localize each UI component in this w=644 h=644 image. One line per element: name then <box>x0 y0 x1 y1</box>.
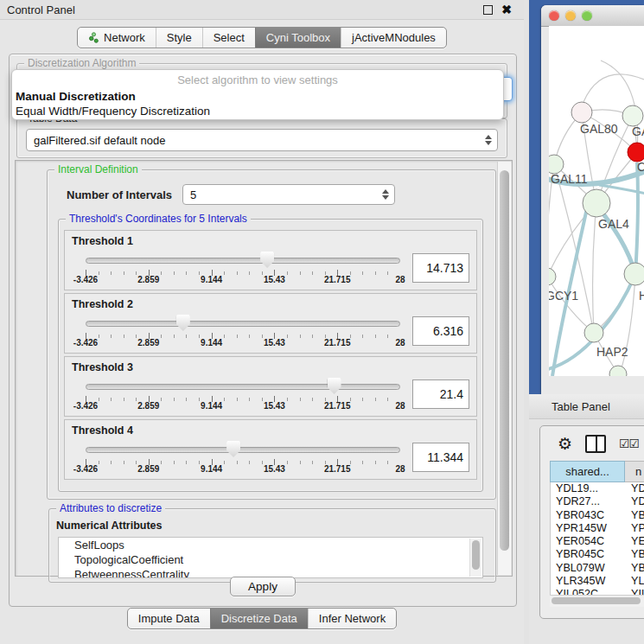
zoom-traffic-light-icon[interactable] <box>582 10 592 21</box>
network-node-label: GA <box>632 124 644 138</box>
slider-handle-icon[interactable] <box>226 441 240 457</box>
table-row[interactable]: YER054CYER0 <box>551 535 644 548</box>
table-data-group: Table Data galFiltered.sif default node <box>16 118 507 158</box>
slider-track[interactable] <box>86 447 400 453</box>
network-node[interactable] <box>622 105 643 126</box>
threshold-row: -3.4262.8599.14415.4321.7152811.344 <box>72 440 469 475</box>
tick-label: 15.43 <box>264 464 285 474</box>
network-icon <box>88 32 99 43</box>
threshold-value-field[interactable]: 6.316 <box>412 316 469 346</box>
threshold-slider[interactable]: -3.4262.8599.14415.4321.71528 <box>86 314 400 348</box>
attribute-list-item[interactable]: SelfLoops <box>59 538 482 552</box>
table-row[interactable]: YLR345WYLR3 <box>551 575 644 588</box>
network-edge[interactable] <box>583 74 644 102</box>
tab-infer-network[interactable]: Infer Network <box>308 609 396 628</box>
float-window-icon[interactable] <box>483 5 493 15</box>
network-edge[interactable] <box>635 163 638 274</box>
network-node[interactable] <box>571 102 592 123</box>
threshold-slider[interactable]: -3.4262.8599.14415.4321.71528 <box>86 440 400 475</box>
network-node[interactable] <box>609 366 627 376</box>
table-column-header[interactable]: shared... <box>550 461 625 482</box>
minimize-traffic-light-icon[interactable] <box>565 10 576 21</box>
attributes-scrollbar[interactable] <box>469 539 481 577</box>
threshold-slider[interactable]: -3.4262.8599.14415.4321.71528 <box>86 377 400 411</box>
apply-button[interactable]: Apply <box>230 577 296 596</box>
network-node-label: C <box>637 160 644 174</box>
table-cell: YER054C <box>551 535 624 548</box>
slider-handle-icon[interactable] <box>260 252 274 268</box>
table-data-combobox[interactable]: galFiltered.sif default node <box>26 129 498 151</box>
columns-icon[interactable] <box>585 435 606 453</box>
slider-handle-icon[interactable] <box>176 315 190 331</box>
table-cell: YBR043C <box>551 509 624 522</box>
table-row[interactable]: YBR045CYBR0 <box>551 548 644 561</box>
network-node[interactable] <box>583 189 610 217</box>
slider-track[interactable] <box>86 384 400 390</box>
network-node-label: GAL80 <box>580 122 618 136</box>
control-panel-title: Control Panel <box>7 3 483 16</box>
tick-label: 9.144 <box>201 401 222 411</box>
threshold-slider[interactable]: -3.4262.8599.14415.4321.71528 <box>86 251 400 285</box>
thresholds-group: Threshold's Coordinates for 5 Intervals … <box>58 219 483 492</box>
number-of-intervals-value: 5 <box>190 188 196 201</box>
slider-tick-labels: -3.4262.8599.14415.4321.71528 <box>86 338 400 348</box>
tab-discretize-data[interactable]: Discretize Data <box>210 609 308 628</box>
table-panel-title: Table Panel <box>552 400 610 413</box>
close-traffic-light-icon[interactable] <box>549 10 559 21</box>
tab-jactivemnodules[interactable]: jActiveMNodules <box>341 28 446 48</box>
slider-handle-icon[interactable] <box>328 378 341 394</box>
table-column-header[interactable]: n <box>625 461 644 482</box>
network-edge[interactable] <box>554 164 594 333</box>
network-edge[interactable] <box>593 203 596 333</box>
table-cell: YDL1 <box>624 482 644 495</box>
tab-impute-data[interactable]: Impute Data <box>128 609 210 628</box>
tab-label: Infer Network <box>319 612 386 625</box>
threshold-block: Threshold 3-3.4262.8599.14415.4321.71528… <box>64 356 477 417</box>
table-row[interactable]: YDL19...YDL1 <box>551 482 644 495</box>
network-node[interactable] <box>549 268 556 285</box>
slider-tick-labels: -3.4262.8599.14415.4321.71528 <box>86 464 400 475</box>
threshold-label: Threshold 2 <box>72 298 469 310</box>
tick-label: 9.144 <box>201 464 222 474</box>
bottom-tab-bar: Impute DataDiscretize DataInfer Network <box>0 608 524 629</box>
table-row[interactable]: YIL052CYIL0 <box>551 588 644 595</box>
tab-network[interactable]: Network <box>78 28 156 48</box>
network-canvas[interactable]: GAL80GACGAL11GAL4GCY1HHAP2 <box>549 26 644 376</box>
algorithm-dropdown-popup: Select algorithm to view settings Manual… <box>11 69 504 120</box>
settings-scrollbar[interactable] <box>497 162 511 575</box>
table-row[interactable]: YBL079WYBL0 <box>551 562 644 575</box>
thresholds-group-title: Threshold's Coordinates for 5 Intervals <box>66 213 251 225</box>
network-node[interactable] <box>549 155 564 174</box>
attribute-list-item[interactable]: TopologicalCoefficient <box>59 552 482 567</box>
tab-select[interactable]: Select <box>202 28 255 48</box>
table-cell: YBL0 <box>624 562 644 575</box>
gear-icon[interactable]: ⚙ <box>558 436 572 452</box>
threshold-row: -3.4262.8599.14415.4321.715286.316 <box>72 314 469 348</box>
table-cell: YBR045C <box>551 548 624 561</box>
network-node-label: GAL4 <box>598 217 629 231</box>
network-node[interactable] <box>584 323 603 342</box>
tick-label: 21.715 <box>324 401 351 411</box>
numerical-attributes-list[interactable]: SelfLoopsTopologicalCoefficientBetweenne… <box>58 537 483 578</box>
table-row[interactable]: YBR043CYBR0 <box>551 509 644 522</box>
algorithm-option[interactable]: Manual Discretization <box>12 89 503 104</box>
select-columns-icon[interactable]: ☑☑ <box>619 437 639 450</box>
slider-track[interactable] <box>86 321 400 327</box>
table-row[interactable]: YDR27...YDR2 <box>551 495 644 508</box>
tab-cyni-toolbox[interactable]: Cyni Toolbox <box>255 28 341 48</box>
table-row[interactable]: YPR145WYPR1 <box>551 522 644 535</box>
algorithm-option[interactable]: Equal Width/Frequency Discretization <box>12 104 503 118</box>
network-node-label: H <box>639 289 644 303</box>
close-icon[interactable]: ✖ <box>501 5 512 14</box>
threshold-value-field[interactable]: 14.713 <box>412 253 469 283</box>
control-panel: Control Panel ✖ NetworkStyleSelectCyni T… <box>0 0 524 644</box>
table-hscrollbar[interactable] <box>550 595 644 607</box>
network-node[interactable] <box>624 263 644 285</box>
table-cell: YIL052C <box>551 588 624 595</box>
threshold-value-field[interactable]: 11.344 <box>412 443 469 472</box>
slider-track[interactable] <box>86 258 400 264</box>
tab-style[interactable]: Style <box>156 28 202 48</box>
number-of-intervals-combobox[interactable]: 5 <box>182 184 395 205</box>
network-node[interactable] <box>628 143 644 162</box>
threshold-value-field[interactable]: 21.4 <box>412 379 469 409</box>
